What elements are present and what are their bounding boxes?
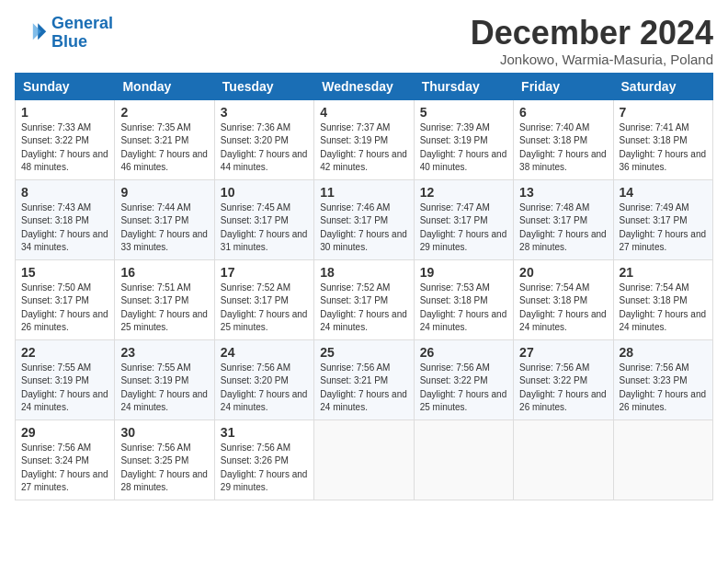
day-info: Sunrise: 7:48 AMSunset: 3:17 PMDaylight:… xyxy=(519,201,607,255)
day-info: Sunrise: 7:51 AMSunset: 3:17 PMDaylight:… xyxy=(120,282,208,335)
calendar-cell xyxy=(514,419,613,500)
day-number: 17 xyxy=(221,265,308,280)
day-number: 6 xyxy=(519,105,607,120)
day-number: 9 xyxy=(120,185,208,200)
calendar-cell: 8Sunrise: 7:43 AMSunset: 3:18 PMDaylight… xyxy=(16,179,115,259)
day-info: Sunrise: 7:40 AMSunset: 3:18 PMDaylight:… xyxy=(519,121,607,175)
calendar-cell: 11Sunrise: 7:46 AMSunset: 3:17 PMDayligh… xyxy=(314,179,414,259)
calendar-cell: 2Sunrise: 7:35 AMSunset: 3:21 PMDaylight… xyxy=(115,99,214,179)
day-number: 24 xyxy=(221,345,308,360)
calendar-cell: 12Sunrise: 7:47 AMSunset: 3:17 PMDayligh… xyxy=(414,179,513,259)
day-number: 13 xyxy=(519,185,607,200)
day-number: 4 xyxy=(320,105,407,120)
column-header-friday: Friday xyxy=(514,73,613,99)
day-number: 14 xyxy=(620,185,707,200)
column-header-sunday: Sunday xyxy=(16,73,115,99)
calendar-cell: 18Sunrise: 7:52 AMSunset: 3:17 PMDayligh… xyxy=(314,259,414,339)
day-info: Sunrise: 7:36 AMSunset: 3:20 PMDaylight:… xyxy=(221,121,308,175)
day-info: Sunrise: 7:56 AMSunset: 3:22 PMDaylight:… xyxy=(420,362,507,415)
day-number: 26 xyxy=(420,345,507,360)
day-number: 16 xyxy=(120,265,208,280)
column-header-monday: Monday xyxy=(115,73,214,99)
calendar-week-row: 22Sunrise: 7:55 AMSunset: 3:19 PMDayligh… xyxy=(16,339,713,419)
day-info: Sunrise: 7:54 AMSunset: 3:18 PMDaylight:… xyxy=(519,282,607,335)
day-number: 22 xyxy=(21,345,108,360)
calendar-cell: 29Sunrise: 7:56 AMSunset: 3:24 PMDayligh… xyxy=(16,419,115,500)
location-subtitle: Jonkowo, Warmia-Masuria, Poland xyxy=(471,52,713,67)
day-info: Sunrise: 7:37 AMSunset: 3:19 PMDaylight:… xyxy=(320,121,407,175)
day-number: 28 xyxy=(620,345,707,360)
day-info: Sunrise: 7:56 AMSunset: 3:23 PMDaylight:… xyxy=(620,362,707,415)
month-title: December 2024 xyxy=(471,15,713,52)
calendar-cell: 23Sunrise: 7:55 AMSunset: 3:19 PMDayligh… xyxy=(115,339,214,419)
day-number: 20 xyxy=(519,265,607,280)
day-number: 8 xyxy=(21,185,108,200)
day-info: Sunrise: 7:52 AMSunset: 3:17 PMDaylight:… xyxy=(320,282,407,335)
calendar-cell: 3Sunrise: 7:36 AMSunset: 3:20 PMDaylight… xyxy=(214,99,313,179)
calendar-cell xyxy=(414,419,513,500)
calendar-cell: 7Sunrise: 7:41 AMSunset: 3:18 PMDaylight… xyxy=(613,99,712,179)
calendar-cell: 17Sunrise: 7:52 AMSunset: 3:17 PMDayligh… xyxy=(214,259,313,339)
day-info: Sunrise: 7:44 AMSunset: 3:17 PMDaylight:… xyxy=(120,201,208,255)
day-info: Sunrise: 7:35 AMSunset: 3:21 PMDaylight:… xyxy=(120,121,208,175)
calendar-cell: 13Sunrise: 7:48 AMSunset: 3:17 PMDayligh… xyxy=(514,179,613,259)
logo-icon xyxy=(15,17,48,50)
day-info: Sunrise: 7:49 AMSunset: 3:17 PMDaylight:… xyxy=(620,201,707,255)
day-info: Sunrise: 7:43 AMSunset: 3:18 PMDaylight:… xyxy=(21,201,108,255)
page-header: General Blue December 2024 Jonkowo, Warm… xyxy=(15,15,713,67)
calendar-cell: 20Sunrise: 7:54 AMSunset: 3:18 PMDayligh… xyxy=(514,259,613,339)
calendar-cell: 16Sunrise: 7:51 AMSunset: 3:17 PMDayligh… xyxy=(115,259,214,339)
logo: General Blue xyxy=(15,15,113,52)
column-header-tuesday: Tuesday xyxy=(214,73,313,99)
day-info: Sunrise: 7:56 AMSunset: 3:22 PMDaylight:… xyxy=(519,362,607,415)
day-info: Sunrise: 7:45 AMSunset: 3:17 PMDaylight:… xyxy=(221,201,308,255)
logo-text: General Blue xyxy=(51,15,113,52)
day-number: 10 xyxy=(221,185,308,200)
calendar-cell: 21Sunrise: 7:54 AMSunset: 3:18 PMDayligh… xyxy=(613,259,712,339)
day-number: 5 xyxy=(420,105,507,120)
calendar-cell: 28Sunrise: 7:56 AMSunset: 3:23 PMDayligh… xyxy=(613,339,712,419)
day-number: 15 xyxy=(21,265,108,280)
calendar-cell: 10Sunrise: 7:45 AMSunset: 3:17 PMDayligh… xyxy=(214,179,313,259)
day-number: 2 xyxy=(120,105,208,120)
calendar-cell: 19Sunrise: 7:53 AMSunset: 3:18 PMDayligh… xyxy=(414,259,513,339)
day-number: 29 xyxy=(21,425,108,440)
calendar-cell: 31Sunrise: 7:56 AMSunset: 3:26 PMDayligh… xyxy=(214,419,313,500)
day-info: Sunrise: 7:56 AMSunset: 3:26 PMDaylight:… xyxy=(221,442,308,495)
title-block: December 2024 Jonkowo, Warmia-Masuria, P… xyxy=(471,15,713,67)
day-number: 30 xyxy=(120,425,208,440)
day-number: 31 xyxy=(221,425,308,440)
calendar-table: SundayMondayTuesdayWednesdayThursdayFrid… xyxy=(15,73,713,500)
calendar-cell: 15Sunrise: 7:50 AMSunset: 3:17 PMDayligh… xyxy=(16,259,115,339)
day-number: 21 xyxy=(620,265,707,280)
day-info: Sunrise: 7:55 AMSunset: 3:19 PMDaylight:… xyxy=(120,362,208,415)
day-info: Sunrise: 7:56 AMSunset: 3:24 PMDaylight:… xyxy=(21,442,108,495)
day-info: Sunrise: 7:46 AMSunset: 3:17 PMDaylight:… xyxy=(320,201,407,255)
day-info: Sunrise: 7:56 AMSunset: 3:20 PMDaylight:… xyxy=(221,362,308,415)
calendar-cell: 24Sunrise: 7:56 AMSunset: 3:20 PMDayligh… xyxy=(214,339,313,419)
calendar-cell: 26Sunrise: 7:56 AMSunset: 3:22 PMDayligh… xyxy=(414,339,513,419)
calendar-cell: 5Sunrise: 7:39 AMSunset: 3:19 PMDaylight… xyxy=(414,99,513,179)
day-info: Sunrise: 7:56 AMSunset: 3:21 PMDaylight:… xyxy=(320,362,407,415)
calendar-cell: 1Sunrise: 7:33 AMSunset: 3:22 PMDaylight… xyxy=(16,99,115,179)
day-info: Sunrise: 7:55 AMSunset: 3:19 PMDaylight:… xyxy=(21,362,108,415)
day-number: 25 xyxy=(320,345,407,360)
day-info: Sunrise: 7:41 AMSunset: 3:18 PMDaylight:… xyxy=(620,121,707,175)
calendar-week-row: 1Sunrise: 7:33 AMSunset: 3:22 PMDaylight… xyxy=(16,99,713,179)
calendar-week-row: 15Sunrise: 7:50 AMSunset: 3:17 PMDayligh… xyxy=(16,259,713,339)
calendar-cell: 14Sunrise: 7:49 AMSunset: 3:17 PMDayligh… xyxy=(613,179,712,259)
calendar-cell: 22Sunrise: 7:55 AMSunset: 3:19 PMDayligh… xyxy=(16,339,115,419)
calendar-cell: 25Sunrise: 7:56 AMSunset: 3:21 PMDayligh… xyxy=(314,339,414,419)
calendar-cell: 4Sunrise: 7:37 AMSunset: 3:19 PMDaylight… xyxy=(314,99,414,179)
day-number: 7 xyxy=(620,105,707,120)
day-number: 1 xyxy=(21,105,108,120)
calendar-week-row: 29Sunrise: 7:56 AMSunset: 3:24 PMDayligh… xyxy=(16,419,713,500)
calendar-cell: 27Sunrise: 7:56 AMSunset: 3:22 PMDayligh… xyxy=(514,339,613,419)
day-info: Sunrise: 7:56 AMSunset: 3:25 PMDaylight:… xyxy=(120,442,208,495)
day-number: 27 xyxy=(519,345,607,360)
day-info: Sunrise: 7:33 AMSunset: 3:22 PMDaylight:… xyxy=(21,121,108,175)
calendar-week-row: 8Sunrise: 7:43 AMSunset: 3:18 PMDaylight… xyxy=(16,179,713,259)
calendar-cell: 9Sunrise: 7:44 AMSunset: 3:17 PMDaylight… xyxy=(115,179,214,259)
day-number: 11 xyxy=(320,185,407,200)
day-info: Sunrise: 7:53 AMSunset: 3:18 PMDaylight:… xyxy=(420,282,507,335)
